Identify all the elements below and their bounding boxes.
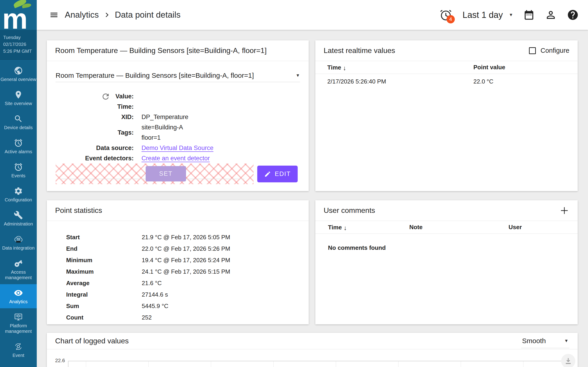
sidebar-item-site-overview[interactable]: Site overview [0, 86, 37, 110]
point-details-title: Room Temperature — Building Sensors [sit… [55, 46, 267, 55]
sidebar-item-device-details[interactable]: Device details [0, 110, 37, 134]
edit-button[interactable]: EDIT [257, 166, 298, 182]
alarm-count-badge: 4 [447, 15, 455, 23]
monitor-gear-icon [14, 312, 23, 322]
value-value [141, 91, 300, 102]
sidebar-item-label: Active alarms [5, 149, 32, 154]
breadcrumb-data-point-details[interactable]: Data point details [115, 10, 181, 20]
wrench-icon [14, 211, 23, 220]
stat-row-sum: Sum5445.9 °C [66, 300, 300, 312]
breadcrumb-chevron-icon [103, 11, 110, 18]
app-root: m Tuesday 02/17/2026 5:26 PM GMT General… [0, 0, 588, 367]
realtime-row-value: 22.0 °C [473, 78, 578, 85]
chart-gridline [273, 361, 274, 367]
create-event-detector-link[interactable]: Create an event detector [141, 155, 210, 162]
sort-down-icon[interactable]: ↓ [344, 224, 347, 232]
field-row-time: Time: [56, 102, 300, 112]
data-point-select[interactable]: Room Temperature — Building Sensors [sit… [56, 69, 300, 82]
sidebar-item-active-alarms[interactable]: Active alarms [0, 134, 37, 158]
date-picker-button[interactable] [523, 9, 535, 21]
realtime-table-header: Time↓ Point value [315, 61, 578, 74]
sidebar-menu: General overview Site overview Device de… [0, 60, 37, 362]
configure-toggle[interactable]: Configure [529, 47, 569, 54]
chevron-down-icon: ▼ [509, 12, 513, 17]
chevron-down-icon: ▼ [564, 338, 569, 343]
sidebar-item-event[interactable]: Event [0, 338, 37, 362]
top-header: Analytics Data point details 4 Last 1 da… [37, 0, 588, 30]
sidebar-item-access-management[interactable]: Access management [0, 255, 37, 284]
cloud-sync-icon [14, 235, 23, 244]
configure-checkbox[interactable] [529, 47, 536, 54]
person-icon [545, 9, 557, 21]
breadcrumb: Analytics Data point details [65, 10, 181, 20]
sidebar-item-label: Analytics [9, 299, 27, 304]
rollup-value: Smooth [522, 337, 546, 345]
data-source-link[interactable]: Demo Virtual Data Source [141, 144, 213, 151]
point-statistics-card: Point statistics Start21.9 °C @ Feb 17, … [47, 200, 309, 324]
sidebar-item-label: Data integration [2, 245, 35, 251]
globe-icon [14, 66, 23, 75]
tag-site: site=Building-A [141, 124, 183, 131]
column-time: Time [328, 224, 342, 231]
stat-row-end: End22.0 °C @ Feb 17, 2026 5:26 PM [66, 243, 300, 254]
chart-export-button[interactable] [561, 354, 575, 367]
point-details-card: Room Temperature — Building Sensors [sit… [47, 40, 309, 191]
app-logo[interactable]: m [0, 0, 37, 30]
value-label: Value: [115, 91, 134, 102]
time-range-select[interactable]: Last 1 day ▼ [463, 10, 513, 20]
sidebar-item-label: Event [12, 352, 24, 358]
chart-gridline [148, 361, 149, 367]
xid-label: XID: [56, 112, 134, 122]
map-pin-icon [14, 90, 23, 99]
time-label: Time: [56, 102, 134, 112]
sidebar-item-data-integration[interactable]: Data integration [0, 231, 37, 255]
pencil-icon [264, 171, 271, 177]
chart-gridline [398, 361, 398, 367]
sidebar-time: 5:26 PM GMT [3, 48, 37, 55]
main-content: Room Temperature — Building Sensors [sit… [37, 30, 588, 367]
sidebar-item-label: Events [11, 173, 25, 178]
chart-plot-area: 22.6 [47, 349, 578, 367]
sidebar-item-label: Site overview [5, 101, 32, 106]
configure-label: Configure [540, 47, 569, 54]
menu-button[interactable] [49, 10, 59, 20]
sidebar-item-label: Configuration [5, 197, 32, 202]
sidebar-item-label: Administration [4, 221, 33, 227]
sidebar-weekday: Tuesday [3, 34, 37, 41]
help-icon [567, 9, 579, 21]
sidebar-item-platform-management[interactable]: Platform management [0, 308, 37, 338]
breadcrumb-analytics[interactable]: Analytics [65, 10, 99, 20]
time-value [141, 102, 300, 112]
user-button[interactable] [545, 9, 557, 21]
sidebar-item-events[interactable]: Events [0, 158, 37, 182]
stat-row-count: Count252 [66, 312, 300, 323]
event-cycle-icon [14, 342, 23, 351]
stat-row-minimum: Minimum19.4 °C @ Feb 17, 2026 5:24 PM [66, 254, 300, 266]
statistics-title: Point statistics [55, 206, 102, 215]
sidebar-item-administration[interactable]: Administration [0, 206, 37, 231]
key-icon [14, 259, 23, 268]
chevron-down-icon: ▼ [296, 73, 300, 78]
add-comment-button[interactable] [559, 206, 569, 216]
alarm-clock-icon [14, 162, 23, 172]
download-icon [564, 357, 572, 365]
sort-down-icon[interactable]: ↓ [343, 65, 346, 72]
column-user: User [509, 224, 578, 231]
active-alarms-button[interactable]: 4 [439, 8, 452, 22]
refresh-icon[interactable] [101, 92, 110, 101]
realtime-table-row[interactable]: 2/17/2026 5:26:40 PM 22.0 °C [315, 74, 578, 89]
logo-letter: m [2, 5, 27, 33]
hamburger-icon [49, 10, 59, 19]
field-row-xid: XID: DP_Temperature [56, 112, 300, 122]
realtime-title: Latest realtime values [324, 46, 395, 55]
column-time: Time [327, 64, 341, 71]
edit-button-label: EDIT [275, 170, 291, 177]
sidebar-item-analytics[interactable]: Analytics [0, 284, 37, 308]
rollup-select[interactable]: Smooth ▼ [521, 336, 569, 348]
y-axis-tick-label: 22.6 [55, 358, 65, 364]
sidebar-item-configuration[interactable]: Configuration [0, 182, 37, 206]
stat-row-start: Start21.9 °C @ Feb 17, 2026 5:05 PM [66, 232, 300, 243]
sidebar-item-general-overview[interactable]: General overview [0, 62, 37, 86]
help-button[interactable] [567, 9, 579, 21]
set-button[interactable]: SET [146, 166, 186, 181]
